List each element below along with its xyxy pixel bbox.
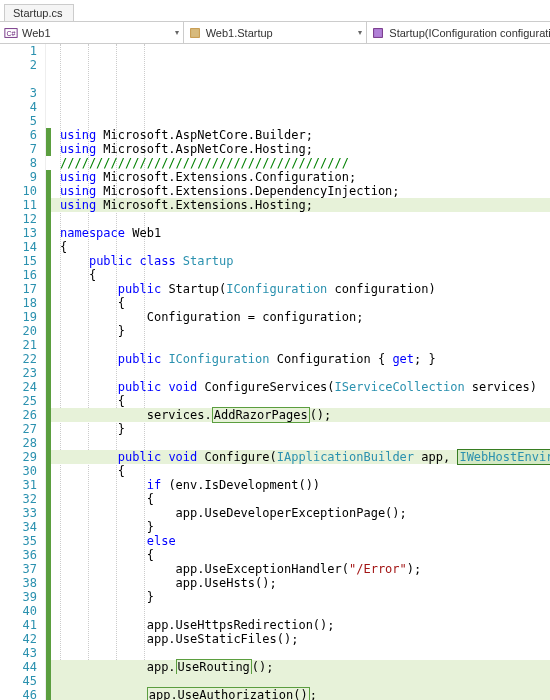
- token-id: [60, 352, 118, 366]
- line-number: 5: [0, 114, 37, 128]
- code-line[interactable]: using Microsoft.Extensions.Hosting;: [46, 198, 550, 212]
- code-line[interactable]: }: [46, 590, 550, 604]
- token-id: ();: [310, 408, 332, 422]
- code-line[interactable]: app.UseExceptionHandler("/Error");: [46, 562, 550, 576]
- token-id: configuration;: [255, 310, 363, 324]
- token-kw: void: [168, 450, 197, 464]
- code-line[interactable]: {: [46, 394, 550, 408]
- code-line[interactable]: public Startup(IConfiguration configurat…: [46, 282, 550, 296]
- change-bar: [46, 408, 51, 422]
- line-number: 28: [0, 436, 37, 450]
- code-editor[interactable]: 1234567891011121314151617181920212223242…: [0, 44, 550, 700]
- token-id: ;: [310, 688, 317, 700]
- code-line[interactable]: app.UseDeveloperExceptionPage();: [46, 506, 550, 520]
- line-number: 6: [0, 128, 37, 142]
- token-id: Microsoft.AspNetCore.Hosting;: [96, 142, 313, 156]
- code-line[interactable]: [46, 436, 550, 450]
- code-line[interactable]: using Microsoft.Extensions.Configuration…: [46, 170, 550, 184]
- change-bar: [46, 352, 51, 366]
- token-kw: using: [60, 198, 96, 212]
- line-number: [0, 72, 37, 86]
- code-line[interactable]: public class Startup: [46, 254, 550, 268]
- token-boxed: AddRazorPages: [212, 407, 310, 423]
- file-tab[interactable]: Startup.cs: [4, 4, 74, 21]
- line-number: 8: [0, 156, 37, 170]
- token-kw: public: [118, 450, 161, 464]
- chevron-down-icon: ▾: [358, 28, 362, 37]
- code-line[interactable]: [46, 212, 550, 226]
- line-number: 36: [0, 548, 37, 562]
- code-line[interactable]: app.UseHttpsRedirection();: [46, 618, 550, 632]
- change-bar: [46, 142, 51, 156]
- member-dropdown[interactable]: Startup(IConfiguration configuration): [367, 22, 550, 43]
- code-line[interactable]: [46, 646, 550, 660]
- line-number: 35: [0, 534, 37, 548]
- class-icon: [188, 26, 202, 40]
- code-line[interactable]: Configuration = configuration;: [46, 310, 550, 324]
- code-line[interactable]: {: [46, 464, 550, 478]
- code-line[interactable]: ////////////////////////////////////////: [46, 156, 550, 170]
- code-line[interactable]: {: [46, 268, 550, 282]
- code-line[interactable]: public void ConfigureServices(IServiceCo…: [46, 380, 550, 394]
- code-line[interactable]: using Microsoft.AspNetCore.Hosting;: [46, 142, 550, 156]
- code-line[interactable]: services.AddRazorPages();: [46, 408, 550, 422]
- code-line[interactable]: using Microsoft.Extensions.DependencyInj…: [46, 184, 550, 198]
- line-number: 40: [0, 604, 37, 618]
- line-number: 27: [0, 422, 37, 436]
- token-kw: public: [118, 282, 161, 296]
- code-line[interactable]: [46, 604, 550, 618]
- code-line[interactable]: {: [46, 240, 550, 254]
- code-line[interactable]: app.UseStaticFiles();: [46, 632, 550, 646]
- code-line[interactable]: app.UseHsts();: [46, 576, 550, 590]
- code-line[interactable]: }: [46, 324, 550, 338]
- change-bar: [46, 590, 51, 604]
- token-cmt: ////////////////////////////////////////: [60, 156, 349, 170]
- code-area[interactable]: using Microsoft.AspNetCore.Builder;using…: [46, 44, 550, 700]
- code-line[interactable]: namespace Web1: [46, 226, 550, 240]
- code-line[interactable]: }: [46, 520, 550, 534]
- token-id: {: [60, 394, 125, 408]
- change-bar: [46, 632, 51, 646]
- token-id: Microsoft.AspNetCore.Builder;: [96, 128, 313, 142]
- code-line[interactable]: {: [46, 492, 550, 506]
- token-kw: get: [392, 352, 414, 366]
- change-bar: [46, 422, 51, 436]
- code-line[interactable]: app.UseAuthorization();: [46, 688, 550, 700]
- token-id: {: [60, 492, 154, 506]
- code-line[interactable]: app.UseRouting();: [46, 660, 550, 674]
- change-bar: [46, 674, 51, 688]
- code-line[interactable]: }: [46, 422, 550, 436]
- code-line[interactable]: public void Configure(IApplicationBuilde…: [46, 450, 550, 464]
- line-number: 44: [0, 660, 37, 674]
- change-bar: [46, 562, 51, 576]
- line-number: 43: [0, 646, 37, 660]
- token-id: ();: [252, 660, 274, 674]
- token-tp: IConfiguration: [226, 282, 327, 296]
- change-bar: [46, 366, 51, 380]
- token-id: [60, 254, 89, 268]
- code-line[interactable]: {: [46, 548, 550, 562]
- class-dropdown[interactable]: Web1.Startup ▾: [184, 22, 368, 43]
- line-number: 18: [0, 296, 37, 310]
- project-dropdown[interactable]: C# Web1 ▾: [0, 22, 184, 43]
- code-line[interactable]: else: [46, 534, 550, 548]
- code-line[interactable]: {: [46, 296, 550, 310]
- line-number: 23: [0, 366, 37, 380]
- token-tp: Startup: [183, 254, 234, 268]
- token-kw: if: [147, 478, 161, 492]
- line-number: 42: [0, 632, 37, 646]
- line-number: 45: [0, 674, 37, 688]
- tab-bar: Startup.cs: [0, 0, 550, 22]
- line-number: 24: [0, 380, 37, 394]
- change-bar: [46, 282, 51, 296]
- code-line[interactable]: [46, 366, 550, 380]
- change-bar: [46, 604, 51, 618]
- code-line[interactable]: [46, 338, 550, 352]
- code-line[interactable]: public IConfiguration Configuration { ge…: [46, 352, 550, 366]
- line-number: 33: [0, 506, 37, 520]
- code-line[interactable]: [46, 674, 550, 688]
- token-id: {: [60, 240, 67, 254]
- code-line[interactable]: if (env.IsDevelopment()): [46, 478, 550, 492]
- code-line[interactable]: using Microsoft.AspNetCore.Builder;: [46, 128, 550, 142]
- line-number-gutter: 1234567891011121314151617181920212223242…: [0, 44, 46, 700]
